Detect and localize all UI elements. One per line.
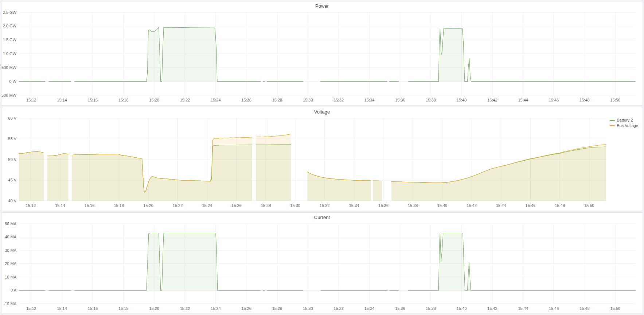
- y-tick-label: 2.0 GW: [3, 24, 17, 28]
- x-tick-label: 15:46: [549, 98, 559, 102]
- x-tick-label: 15:36: [395, 306, 405, 311]
- gridlines: [19, 224, 635, 304]
- y-tick-label: 45 V: [8, 178, 16, 182]
- y-tick-label: 40 MA: [5, 235, 16, 239]
- y-tick-label: 0 A: [11, 288, 17, 292]
- x-tick-label: 15:18: [114, 203, 124, 208]
- x-tick-label: 15:40: [437, 203, 448, 208]
- x-tick-label: 15:28: [261, 203, 271, 208]
- panel-current: Current 50 MA40 MA30 MA20 MA10 MA0 A-10 …: [1, 212, 643, 314]
- x-tick-label: 15:34: [364, 98, 375, 102]
- x-tick-label: 15:38: [426, 98, 436, 102]
- legend-item-battery-2[interactable]: Battery 2: [610, 118, 638, 122]
- x-tick-label: 15:12: [26, 306, 36, 311]
- x-tick-label: 15:50: [610, 306, 620, 311]
- y-tick-label: 40 V: [8, 199, 16, 203]
- x-tick-label: 15:38: [408, 203, 418, 208]
- x-tick-label: 15:48: [579, 306, 590, 311]
- x-tick-label: 15:32: [320, 203, 330, 208]
- x-tick-label: 15:14: [57, 306, 67, 311]
- x-tick-label: 15:44: [518, 98, 528, 102]
- current-series-0-area: [19, 233, 635, 291]
- x-tick-label: 15:42: [487, 98, 497, 102]
- x-tick-label: 15:30: [303, 306, 313, 311]
- x-tick-label: 15:40: [457, 306, 467, 311]
- x-tick-label: 15:36: [395, 98, 405, 102]
- x-tick-label: 15:28: [272, 98, 282, 102]
- y-tick-label: 20 MA: [5, 261, 16, 266]
- x-tick-label: 15:20: [149, 306, 159, 311]
- voltage-series-1-area: [19, 134, 606, 201]
- y-tick-label: 55 V: [8, 137, 16, 141]
- voltage-legend: Battery 2Bus Voltage: [610, 118, 638, 128]
- y-tick-label: -10 MA: [4, 301, 17, 306]
- current-plot-area[interactable]: 50 MA40 MA30 MA20 MA10 MA0 A-10 MA15:121…: [1, 213, 643, 314]
- x-tick-label: 15:26: [241, 306, 251, 311]
- x-tick-label: 15:26: [231, 203, 242, 208]
- x-tick-label: 15:22: [180, 98, 190, 102]
- panel-title-current[interactable]: Current: [1, 215, 643, 220]
- x-tick-label: 15:46: [526, 203, 536, 208]
- panel-title-power[interactable]: Power: [1, 3, 643, 9]
- legend-swatch-icon: [610, 120, 615, 121]
- x-tick-label: 15:38: [426, 306, 436, 311]
- power-plot-area[interactable]: 2.5 GW2.0 GW1.5 GW1.0 GW500 MW0 W-500 MW…: [1, 1, 643, 105]
- x-tick-label: 15:20: [149, 98, 159, 102]
- x-tick-label: 15:16: [88, 98, 98, 102]
- y-tick-label: 2.5 GW: [3, 10, 17, 15]
- x-tick-label: 15:22: [180, 306, 190, 311]
- x-tick-label: 15:46: [549, 306, 559, 311]
- x-tick-label: 15:14: [57, 98, 67, 102]
- x-tick-label: 15:16: [85, 203, 95, 208]
- x-tick-label: 15:32: [333, 306, 344, 311]
- y-tick-label: 10 MA: [5, 275, 16, 279]
- x-tick-label: 15:16: [88, 306, 98, 311]
- y-tick-label: 1.0 GW: [3, 51, 17, 56]
- x-tick-label: 15:22: [173, 203, 183, 208]
- x-tick-label: 15:12: [26, 98, 36, 102]
- legend-item-bus-voltage[interactable]: Bus Voltage: [610, 123, 638, 128]
- current-chart[interactable]: 50 MA40 MA30 MA20 MA10 MA0 A-10 MA15:121…: [1, 213, 643, 314]
- x-tick-label: 15:20: [143, 203, 153, 208]
- x-tick-label: 15:42: [467, 203, 477, 208]
- y-tick-label: 0 W: [9, 79, 16, 84]
- axis-labels: 2.5 GW2.0 GW1.5 GW1.0 GW500 MW0 W-500 MW…: [1, 10, 620, 103]
- x-tick-label: 15:50: [584, 203, 594, 208]
- axis-labels: 50 MA40 MA30 MA20 MA10 MA0 A-10 MA15:121…: [4, 222, 620, 311]
- power-series-0-area: [19, 27, 635, 81]
- power-chart[interactable]: 2.5 GW2.0 GW1.5 GW1.0 GW500 MW0 W-500 MW…: [1, 1, 643, 105]
- gridlines: [19, 12, 635, 95]
- x-tick-label: 15:36: [378, 203, 389, 208]
- x-tick-label: 15:24: [202, 203, 212, 208]
- x-tick-label: 15:50: [610, 98, 620, 102]
- legend-label: Bus Voltage: [617, 123, 638, 128]
- x-tick-label: 15:34: [349, 203, 359, 208]
- x-tick-label: 15:44: [496, 203, 506, 208]
- power-series-0-line: [19, 27, 635, 81]
- x-tick-label: 15:18: [118, 306, 129, 311]
- voltage-chart[interactable]: 60 V55 V50 V45 V40 V15:1215:1415:1615:18…: [1, 107, 643, 211]
- current-series-0-line: [19, 233, 635, 291]
- y-tick-label: 60 V: [8, 116, 16, 120]
- x-tick-label: 15:44: [518, 306, 528, 311]
- panel-title-voltage[interactable]: Voltage: [1, 109, 643, 115]
- y-tick-label: 50 V: [8, 157, 16, 162]
- panel-voltage: Voltage 60 V55 V50 V45 V40 V15:1215:1415…: [1, 107, 643, 211]
- x-tick-label: 15:42: [487, 306, 497, 311]
- y-tick-label: -500 MW: [1, 93, 17, 97]
- legend-swatch-icon: [610, 125, 615, 126]
- x-tick-label: 15:26: [241, 98, 251, 102]
- x-tick-label: 15:48: [555, 203, 565, 208]
- x-tick-label: 15:24: [211, 306, 221, 311]
- x-tick-label: 15:12: [26, 203, 36, 208]
- legend-label: Battery 2: [617, 118, 633, 122]
- x-tick-label: 15:34: [364, 306, 375, 311]
- voltage-plot-area[interactable]: 60 V55 V50 V45 V40 V15:1215:1415:1615:18…: [1, 107, 643, 211]
- x-tick-label: 15:48: [579, 98, 590, 102]
- x-tick-label: 15:14: [55, 203, 65, 208]
- x-tick-label: 15:24: [211, 98, 221, 102]
- x-tick-label: 15:30: [290, 203, 300, 208]
- x-tick-label: 15:40: [457, 98, 467, 102]
- panel-power: Power 2.5 GW2.0 GW1.5 GW1.0 GW500 MW0 W-…: [1, 1, 643, 105]
- y-tick-label: 500 MW: [1, 65, 17, 70]
